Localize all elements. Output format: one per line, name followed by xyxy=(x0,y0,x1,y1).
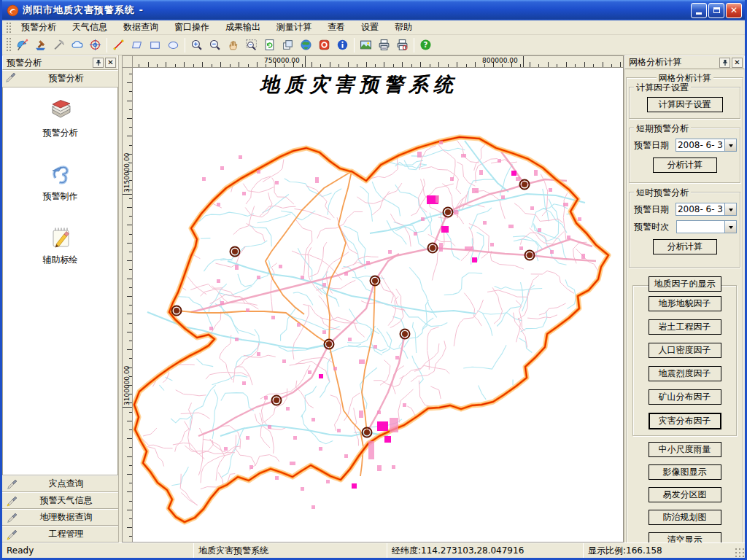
factor-button-地震烈度因子[interactable]: 地震烈度因子 xyxy=(649,366,721,381)
layers-button[interactable] xyxy=(279,36,297,54)
stop-button[interactable] xyxy=(315,36,333,54)
menu-item-预警分析[interactable]: 预警分析 xyxy=(13,20,64,35)
pan-button[interactable] xyxy=(224,36,242,54)
menu-grip[interactable] xyxy=(6,22,11,33)
menu-item-测量计算[interactable]: 测量计算 xyxy=(268,20,320,35)
chevron-down-icon[interactable] xyxy=(724,139,736,151)
annotate-icon xyxy=(47,225,74,251)
left-panel-caption-bar: 预警分析 xyxy=(2,70,118,88)
menu-item-帮助[interactable]: 帮助 xyxy=(387,20,420,35)
left-item-预警分析[interactable]: 预警分析 xyxy=(17,98,104,139)
cloud-button[interactable] xyxy=(68,36,86,54)
menu-item-设置[interactable]: 设置 xyxy=(353,20,387,35)
left-bar-地理数据查询[interactable]: 地理数据查询 xyxy=(2,509,118,526)
close-icon[interactable]: ✕ xyxy=(105,58,116,68)
factor-button-岩土工程因子[interactable]: 岩土工程因子 xyxy=(649,319,721,335)
disaster-patch xyxy=(490,243,494,246)
short-time-group-label: 短时预警分析 xyxy=(634,187,691,199)
help-button[interactable]: ? xyxy=(417,36,435,54)
target-button[interactable] xyxy=(86,36,104,54)
pick-button[interactable] xyxy=(50,36,68,54)
factor-button-地形地貌因子[interactable]: 地形地貌因子 xyxy=(649,296,721,311)
ruler-corner xyxy=(122,55,133,68)
polygon-tool-button[interactable] xyxy=(128,36,146,54)
disaster-patch xyxy=(308,370,311,374)
globe-button[interactable] xyxy=(297,36,315,54)
restore-button[interactable] xyxy=(708,3,724,18)
left-item-预警制作[interactable]: 预警制作 xyxy=(17,161,104,203)
short-time-date-combo[interactable]: 2008- 6- 3 xyxy=(676,203,737,216)
left-panel-title: 预警分析 xyxy=(7,57,91,69)
disaster-patch xyxy=(530,206,534,210)
left-panel-caption: 预警分析 xyxy=(17,72,115,85)
factor-button-人口密度因子[interactable]: 人口密度因子 xyxy=(649,343,721,358)
menu-item-数据查询[interactable]: 数据查询 xyxy=(115,20,166,35)
toolbar-grip[interactable] xyxy=(6,37,11,53)
map-canvas[interactable]: 地质灾害预警系统 xyxy=(133,68,624,542)
chevron-down-icon[interactable] xyxy=(724,221,736,233)
hammer-button[interactable] xyxy=(31,36,50,54)
brush-icon xyxy=(7,478,18,490)
line-tool-button[interactable] xyxy=(109,36,128,54)
zoom-extent-button[interactable] xyxy=(242,36,260,54)
short-time-times-combo[interactable] xyxy=(676,220,737,233)
left-bar-预警天气信息[interactable]: 预警天气信息 xyxy=(2,492,118,509)
left-item-label: 预警制作 xyxy=(43,190,78,203)
menu-item-成果输出[interactable]: 成果输出 xyxy=(217,20,268,35)
zoom-out-icon xyxy=(209,39,221,51)
left-item-辅助标绘[interactable]: 辅助标绘 xyxy=(17,225,104,266)
disaster-patch xyxy=(377,421,388,431)
zoom-out-button[interactable] xyxy=(206,36,224,54)
extra-button-中小尺度雨量[interactable]: 中小尺度雨量 xyxy=(649,442,721,457)
town-marker[interactable] xyxy=(231,247,240,257)
disaster-patch xyxy=(344,454,348,458)
factor-setting-button[interactable]: 计算因子设置 xyxy=(647,97,723,112)
short-term-calc-button[interactable]: 分析计算 xyxy=(653,158,717,173)
short-term-date-combo[interactable]: 2008- 6- 3 xyxy=(676,139,737,152)
disaster-patch xyxy=(439,141,443,144)
factor-button-矿山分布因子[interactable]: 矿山分布因子 xyxy=(649,389,721,405)
disaster-patch xyxy=(519,246,523,250)
extra-button-影像图显示[interactable]: 影像图显示 xyxy=(649,464,721,480)
pin-icon[interactable] xyxy=(93,58,104,68)
menu-item-查看[interactable]: 查看 xyxy=(320,20,353,35)
short-time-times-value xyxy=(677,221,724,233)
disaster-patch xyxy=(392,465,395,469)
minimize-button[interactable] xyxy=(691,3,707,18)
refresh-icon xyxy=(263,39,276,51)
menu-item-天气信息[interactable]: 天气信息 xyxy=(64,20,115,35)
image-button[interactable] xyxy=(357,36,375,54)
left-bar-工程管理[interactable]: 工程管理 xyxy=(2,526,118,542)
resize-grip[interactable] xyxy=(735,548,745,558)
short-time-calc-button[interactable]: 分析计算 xyxy=(653,239,717,254)
disaster-patch xyxy=(286,407,290,411)
zoom-in-button[interactable] xyxy=(187,36,206,54)
refresh-button[interactable] xyxy=(260,36,279,54)
print-preview-button[interactable] xyxy=(393,36,411,54)
ellipse-tool-button[interactable] xyxy=(164,36,182,54)
info-button[interactable] xyxy=(333,36,352,54)
disaster-patch xyxy=(454,210,458,214)
menu-item-窗口操作[interactable]: 窗口操作 xyxy=(166,20,217,35)
left-bar-灾点查询[interactable]: 灾点查询 xyxy=(2,475,118,492)
factor-button-灾害分布因子[interactable]: 灾害分布因子 xyxy=(649,413,721,429)
map-area: 750000.00800000.00 3150000.003100000.00 … xyxy=(122,55,624,542)
ruler-x-label: 750000.00 xyxy=(264,57,300,64)
satellite-button[interactable] xyxy=(13,36,31,54)
close-button[interactable]: ✕ xyxy=(726,3,742,18)
close-icon[interactable]: ✕ xyxy=(732,58,743,68)
disaster-patch xyxy=(441,226,449,233)
pin-icon[interactable] xyxy=(719,58,730,68)
extra-button-易发分区图[interactable]: 易发分区图 xyxy=(649,487,721,502)
geo-factor-display-button[interactable]: 地质因子的显示 xyxy=(649,276,721,292)
extra-button-防治规划图[interactable]: 防治规划图 xyxy=(649,510,721,525)
disaster-patch xyxy=(242,381,246,385)
left-panel-list: 预警分析预警制作辅助标绘 xyxy=(2,88,118,475)
horizontal-ruler: 750000.00800000.00 xyxy=(133,55,624,68)
town-marker[interactable] xyxy=(272,396,282,405)
chevron-down-icon[interactable] xyxy=(724,203,736,215)
disaster-patch xyxy=(322,283,326,287)
rect-tool-button[interactable] xyxy=(146,36,164,54)
print-button[interactable] xyxy=(375,36,393,54)
disaster-patch xyxy=(333,367,337,370)
